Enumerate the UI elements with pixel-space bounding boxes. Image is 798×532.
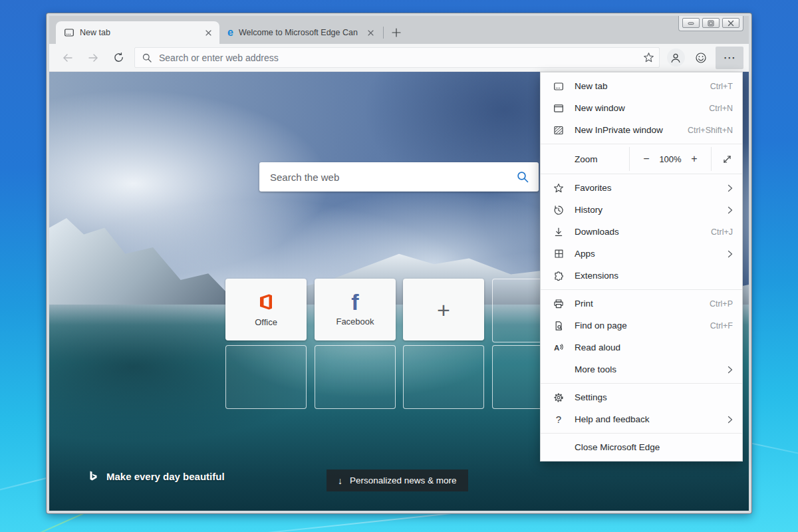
new-tab-button[interactable]: [388, 24, 405, 41]
menu-item-shortcut: Ctrl+J: [711, 227, 733, 237]
zoom-in-button[interactable]: +: [687, 153, 702, 165]
menu-item-new-tab[interactable]: New tab Ctrl+T: [541, 75, 742, 97]
settings-gear-icon: [553, 392, 565, 403]
menu-separator: [541, 144, 742, 144]
search-magnifier-icon[interactable]: [516, 170, 529, 184]
menu-separator: [541, 383, 742, 384]
smiley-icon: [695, 52, 707, 64]
menu-item-favorites[interactable]: Favorites: [541, 177, 742, 199]
menu-item-shortcut: Ctrl+N: [709, 104, 733, 113]
menu-item-label: Settings: [575, 392, 733, 402]
chevron-right-icon: [726, 184, 733, 192]
bing-logo-icon: [88, 470, 99, 483]
menu-item-label: Print: [575, 299, 710, 309]
zoom-label: Zoom: [541, 147, 629, 171]
menu-item-extensions[interactable]: Extensions: [541, 265, 742, 287]
tile-empty: [403, 345, 484, 409]
new-tab-page-icon: [64, 27, 74, 38]
close-button[interactable]: [722, 18, 739, 28]
menu-item-more-tools[interactable]: More tools: [541, 358, 742, 380]
news-button-label: Personalized news & more: [350, 475, 457, 485]
menu-zoom-row: Zoom − 100% +: [541, 147, 742, 171]
menu-separator: [541, 289, 742, 290]
profile-button[interactable]: [665, 47, 686, 68]
menu-item-label: More tools: [575, 364, 726, 374]
menu-item-shortcut: Ctrl+T: [710, 82, 733, 91]
office-logo-icon: [256, 292, 276, 312]
navigation-toolbar: ⋯: [49, 44, 749, 72]
menu-item-downloads[interactable]: Downloads Ctrl+J: [541, 221, 742, 243]
favorites-star-icon[interactable]: [638, 48, 659, 67]
chevron-right-icon: [726, 416, 733, 424]
zoom-out-button[interactable]: −: [639, 153, 654, 165]
tile-facebook[interactable]: f Facebook: [315, 279, 396, 340]
tab-close-icon[interactable]: [202, 27, 214, 39]
web-search-box[interactable]: [259, 162, 539, 192]
tab-title: New tab: [80, 28, 197, 37]
menu-item-shortcut: Ctrl+F: [710, 321, 733, 331]
tile-empty: [315, 345, 396, 409]
address-bar[interactable]: [134, 47, 660, 68]
web-search-input[interactable]: [269, 171, 509, 184]
favorites-star-icon: [553, 183, 565, 194]
feedback-button[interactable]: [690, 47, 712, 68]
edge-logo-icon: e: [227, 27, 233, 38]
tile-office[interactable]: Office: [225, 279, 307, 340]
menu-item-new-window[interactable]: New window Ctrl+N: [541, 97, 742, 119]
menu-item-label: Help and feedback: [575, 414, 726, 424]
down-arrow-icon: ↓: [338, 475, 342, 486]
fullscreen-button[interactable]: [712, 147, 742, 171]
zoom-level: 100%: [659, 154, 681, 164]
menu-item-history[interactable]: History: [541, 199, 742, 221]
tab-close-icon[interactable]: [364, 27, 376, 39]
minimize-button[interactable]: [682, 18, 700, 28]
menu-separator: [541, 433, 742, 434]
menu-item-new-inprivate-window[interactable]: New InPrivate window Ctrl+Shift+N: [541, 119, 742, 141]
bing-attribution: Make every day beautiful: [88, 470, 225, 483]
svg-text:A: A: [554, 344, 559, 352]
maximize-button[interactable]: [702, 18, 720, 28]
read-aloud-icon: A: [553, 342, 565, 353]
tile-empty: [225, 345, 307, 409]
menu-item-settings[interactable]: Settings: [541, 386, 742, 408]
reload-button[interactable]: [108, 47, 129, 68]
help-question-icon: ?: [553, 414, 565, 425]
facebook-logo-icon: f: [351, 293, 358, 312]
menu-item-read-aloud[interactable]: A Read aloud: [541, 336, 742, 358]
menu-item-help-and-feedback[interactable]: ? Help and feedback: [541, 408, 742, 430]
menu-item-label: Downloads: [575, 227, 711, 237]
menu-separator: [541, 174, 742, 174]
tab-new-tab[interactable]: New tab: [56, 21, 219, 44]
new-window-icon: [553, 103, 565, 114]
menu-item-apps[interactable]: Apps: [541, 243, 742, 265]
menu-item-find-on-page[interactable]: Find on page Ctrl+F: [541, 315, 742, 336]
print-icon: [553, 299, 565, 309]
menu-item-label: Favorites: [575, 183, 726, 193]
address-input[interactable]: [158, 52, 632, 64]
apps-icon: [553, 249, 565, 259]
search-icon: [142, 53, 152, 63]
tile-label: Office: [255, 317, 277, 327]
menu-item-label: New window: [575, 103, 709, 113]
find-on-page-icon: [553, 321, 565, 331]
settings-and-more-menu: New tab Ctrl+T New window Ctrl+N New InP…: [540, 72, 743, 462]
back-button[interactable]: [57, 47, 78, 68]
menu-item-close-microsoft-edge[interactable]: Close Microsoft Edge: [541, 436, 742, 458]
forward-button[interactable]: [82, 47, 104, 68]
tab-welcome-edge[interactable]: e Welcome to Microsoft Edge Can: [219, 21, 382, 44]
new-tab-icon: [553, 81, 565, 92]
add-tile-icon: +: [437, 299, 450, 321]
tab-title: Welcome to Microsoft Edge Can: [239, 28, 359, 37]
more-icon: ⋯: [724, 50, 736, 65]
menu-item-label: New InPrivate window: [575, 125, 688, 135]
menu-item-shortcut: Ctrl+P: [710, 299, 733, 309]
tab-strip: New tab e Welcome to Microsoft Edge Can: [49, 16, 749, 44]
tile-add[interactable]: +: [403, 279, 484, 340]
personalized-news-button[interactable]: ↓ Personalized news & more: [327, 469, 468, 491]
settings-and-more-button[interactable]: ⋯: [716, 47, 743, 69]
new-inprivate-icon: [553, 125, 565, 136]
menu-item-print[interactable]: Print Ctrl+P: [541, 293, 742, 315]
chevron-right-icon: [726, 366, 733, 374]
chevron-right-icon: [726, 250, 733, 258]
person-icon: [667, 49, 685, 66]
